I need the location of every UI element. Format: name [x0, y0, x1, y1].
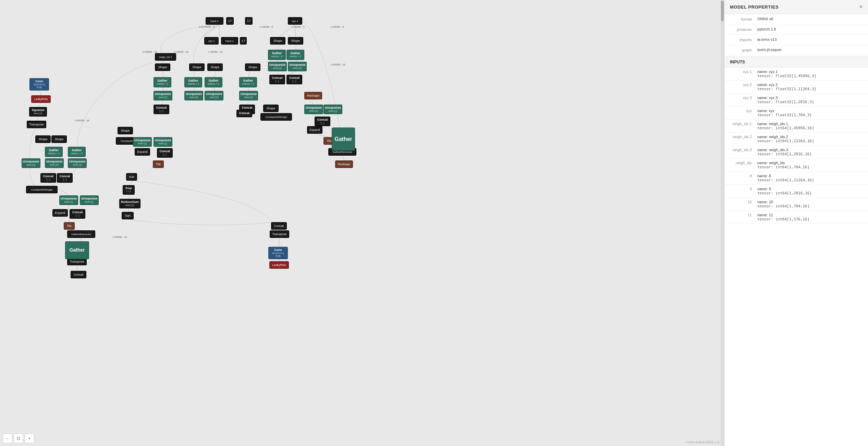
node-sqrt[interactable]: Sqrt [122, 212, 134, 219]
node-constantofshape-3[interactable]: ConstantOfShape [26, 186, 58, 193]
svg-line-34 [69, 205, 69, 209]
node-gather-large[interactable]: Gather [332, 128, 355, 151]
node-leakyrelu-right[interactable]: LeakyRelu [269, 261, 289, 269]
node-gather-left-1[interactable]: Gather indices = 0 [68, 147, 86, 157]
input-tensor: tensor: float32[1,704,3] [757, 113, 863, 117]
node-sub[interactable]: Sub [126, 173, 137, 181]
node-unsqueeze-9[interactable]: Unsqueeze axes {1} [133, 137, 152, 147]
node-unsqueeze-left-4[interactable]: Unsqueeze axes {1} [59, 195, 78, 205]
node-unsqueeze-left-5[interactable]: Unsqueeze axes {1} [80, 195, 99, 205]
node-shape-2[interactable]: Shape [288, 37, 303, 45]
node-tile-left[interactable]: Tile [64, 222, 75, 230]
svg-line-21 [312, 100, 313, 105]
node-unsqueeze-3[interactable]: Unsqueeze axes {1} [154, 91, 172, 100]
graph-scroll-thumb[interactable] [721, 1, 724, 21]
inputs-section-header: INPUTS [724, 57, 868, 68]
node-shape-1[interactable]: Shape [270, 37, 285, 45]
node-shape-left-3[interactable]: Shape [51, 135, 67, 143]
graph-scrollbar[interactable] [721, 0, 724, 446]
node-shape-4[interactable]: Shape [189, 63, 205, 71]
panel-close-button[interactable]: × [859, 4, 863, 10]
node-gatherelements-left[interactable]: GatherElements [67, 230, 95, 238]
node-transpose-right[interactable]: Transpose [270, 230, 289, 238]
node-expand-1[interactable]: Expand [135, 148, 150, 156]
svg-line-31 [73, 168, 77, 173]
node-expand-2[interactable]: Expand [307, 126, 322, 134]
node-gather-4[interactable]: Gather indices = 2 [184, 77, 202, 87]
zoom-in-button[interactable]: + [25, 434, 34, 443]
tensor-label-2: 1×45056→3 [260, 26, 273, 28]
node-shape-left-2[interactable]: Shape [35, 135, 51, 143]
input-row: neigh_idx.2 name: neigh_idx.2 tensor: in… [724, 133, 868, 146]
node-gather-1[interactable]: Gather indices = 0 [268, 50, 286, 60]
node-concat-left-2[interactable]: Concat {...} [57, 173, 73, 183]
zoom-out-button[interactable]: − [3, 434, 12, 443]
node-concat-6[interactable]: Concat {...} [315, 117, 330, 126]
node-shape-3[interactable]: Shape [155, 63, 170, 71]
input-details: name: xyz.1 tensor: float32[1,45056,3] [757, 70, 863, 78]
node-concat-7[interactable]: Concat {...} [157, 148, 173, 158]
bottom-toolbar: − ⊡ + [3, 434, 34, 443]
node-tile-1[interactable]: Tile [153, 160, 164, 168]
node-expand-left[interactable]: Expand [52, 209, 68, 217]
graph-area[interactable]: input.1 17 xyz.1 17 1×3×45056→3 1×45056→… [0, 0, 724, 446]
node-input1-2[interactable]: input.1 [221, 37, 238, 45]
node-unsqueeze-8[interactable]: Unsqueeze axes {1} [323, 105, 342, 114]
input-id: xyz.2 [730, 83, 757, 87]
zoom-fit-button[interactable]: ⊡ [14, 434, 23, 443]
node-constantofshape-1[interactable]: ConstantOfShape [260, 113, 292, 121]
input-row: neigh_idx.1 name: neigh_idx.1 tensor: in… [724, 120, 868, 133]
node-shape-7[interactable]: Shape [263, 105, 279, 112]
node-shape-left-1[interactable]: Shape [118, 127, 133, 134]
node-gather-main[interactable]: Gather [65, 241, 89, 259]
node-reshape-1[interactable]: Reshape [304, 92, 322, 99]
node-gather-3[interactable]: Gather indices = 2 [154, 77, 171, 87]
prop-key: graph [730, 48, 757, 52]
node-gather-6[interactable]: Gather indices = 0 [239, 77, 257, 87]
node-gather-2[interactable]: Gather indices = 2 [286, 50, 304, 60]
node-unsqueeze-1[interactable]: Unsqueeze axes {1} [268, 62, 287, 71]
node-pow[interactable]: Pow t = 2 [123, 185, 135, 195]
node-gather-left-2[interactable]: Gather indices = 0 [45, 147, 63, 157]
node-concat-5[interactable]: Concat [236, 110, 252, 117]
node-reshape-2[interactable]: Reshape [335, 160, 353, 168]
node-shape-5[interactable]: Shape [207, 63, 223, 71]
node-unsqueeze-left-1[interactable]: Unsqueeze axes {1} [68, 158, 87, 168]
node-unsqueeze-7[interactable]: Unsqueeze axes {1} [304, 105, 323, 114]
node-xyz1-input[interactable]: xyz.1 [288, 17, 302, 25]
node-unsqueeze-10[interactable]: Unsqueeze axes {1} [154, 137, 172, 147]
node-transpose-main[interactable]: Transpose [27, 121, 46, 128]
node-concat-1[interactable]: Concat {...} [269, 75, 285, 84]
node-unsqueeze-left-3[interactable]: Unsqueeze axes {1} [22, 158, 40, 168]
node-concat-bottom-left[interactable]: Concat [71, 271, 86, 278]
node-17[interactable]: 17 [226, 17, 234, 25]
node-squeeze-left[interactable]: Squeeze axes {1} [29, 107, 47, 117]
node-xyz1-2[interactable]: xyz.1 [204, 37, 219, 45]
input-name: name: neigh_idx.2 [757, 135, 863, 139]
node-unsqueeze-4[interactable]: Unsqueeze axes {1} [184, 91, 203, 100]
node-concat-left-1[interactable]: Concat {...} [40, 173, 56, 183]
panel-title: MODEL PROPERTIES [730, 4, 779, 10]
node-neigh-idx1[interactable]: neigh_idx.1 [155, 53, 176, 61]
node-unsqueeze-5[interactable]: Unsqueeze axes {1} [205, 91, 223, 100]
node-concat-3[interactable]: Concat {...} [154, 105, 169, 114]
node-gather-5[interactable]: Gather indices = 2 [205, 77, 222, 87]
node-unsqueeze-2[interactable]: Unsqueeze axes {1} [288, 62, 307, 71]
node-concat-2[interactable]: Concat {...} [286, 75, 302, 84]
node-conv-right[interactable]: Conv 18×10×1×1 8 {8} [268, 247, 288, 259]
input-id: xyz.3 [730, 96, 757, 100]
property-row: format ONNX v6 [724, 14, 868, 24]
node-concat-left-3[interactable]: Concat {...} [70, 209, 85, 219]
node-shape-6[interactable]: Shape [245, 63, 260, 71]
input-id: neigh_idx.3 [730, 148, 757, 152]
panel-content[interactable]: format ONNX v6 producer pytorch 1.8 impo… [724, 14, 868, 446]
node-17b[interactable]: 17 [245, 17, 253, 25]
node-reducesum[interactable]: ReduceSum axes {1} [119, 199, 140, 208]
node-unsqueeze-left-2[interactable]: Unsqueeze axes {1} [45, 158, 64, 168]
node-concat-bottom-right[interactable]: Concat [271, 222, 287, 230]
node-17c[interactable]: 17 [240, 37, 247, 45]
node-leakyrelu-left[interactable]: LeakyRelu [31, 95, 51, 103]
node-conv-left[interactable]: Conv W:{8×8×1} 8 {8} [29, 78, 49, 91]
node-input1[interactable]: input.1 [206, 17, 223, 25]
node-unsqueeze-6[interactable]: Unsqueeze axes {1} [239, 91, 258, 100]
